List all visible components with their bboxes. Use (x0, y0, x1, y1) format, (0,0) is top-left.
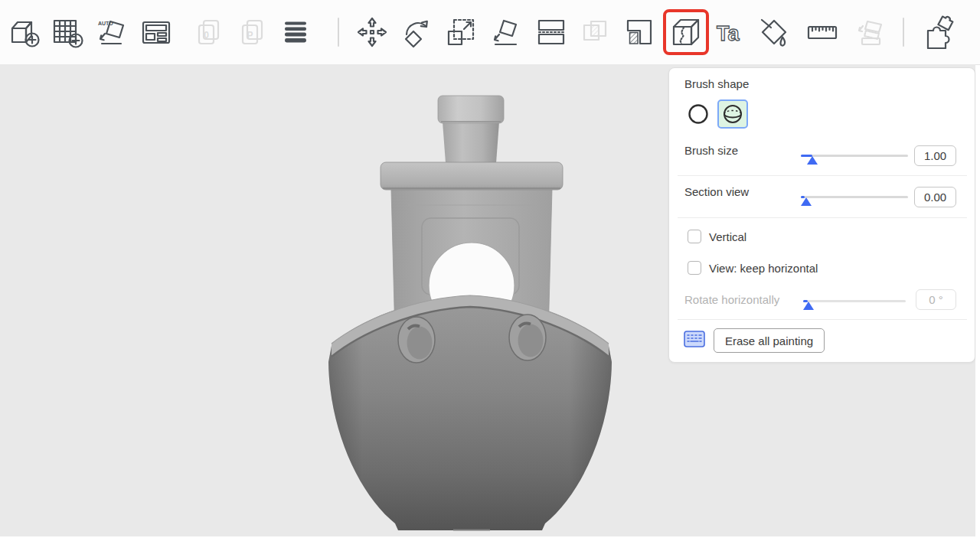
arrange-button[interactable] (139, 15, 173, 49)
text-tool-button[interactable]: Ta (712, 15, 746, 49)
rotate-horizontally-label: Rotate horizontally (684, 292, 779, 308)
layers-icon (279, 15, 312, 49)
cut-button[interactable] (534, 15, 568, 49)
view-keep-horizontal-checkbox[interactable] (688, 261, 701, 275)
fill-color-button[interactable] (622, 15, 656, 49)
slider-track[interactable] (803, 300, 906, 302)
benchy-funnel-cap (438, 96, 504, 123)
benchy-funnel (443, 122, 499, 163)
sphere-brush-icon (721, 103, 744, 126)
text-tool-icon: Ta (712, 15, 746, 49)
assembly-icon (854, 15, 887, 49)
benchy-hawse-hole-right (509, 315, 546, 360)
seam-painting-icon (669, 15, 703, 49)
puzzle-icon (921, 15, 955, 49)
circle-brush-icon (687, 103, 710, 126)
slider-thumb[interactable] (803, 302, 814, 310)
split-to-objects-button[interactable]: 0 (192, 15, 226, 49)
section-divider (678, 175, 967, 176)
rotate-button[interactable] (400, 15, 434, 49)
brush-shape-sphere-option[interactable] (717, 99, 748, 129)
brush-shape-circle-option[interactable] (685, 101, 711, 127)
split-to-parts-button[interactable]: P (236, 15, 270, 49)
brush-size-value[interactable] (914, 145, 956, 166)
slider-thumb[interactable] (807, 156, 818, 165)
section-view-label: Section view (684, 184, 749, 200)
fill-color-icon (622, 15, 656, 49)
scale-icon (444, 15, 478, 49)
measure-button[interactable] (805, 15, 839, 49)
benchy-cabin-roof (381, 162, 563, 190)
vertical-checkbox[interactable] (688, 230, 701, 243)
app-window: AUTO 0 (0, 0, 980, 551)
add-plate-icon (51, 15, 84, 49)
slider-thumb[interactable] (801, 197, 812, 206)
top-toolbar: AUTO 0 (0, 0, 980, 65)
zero-glyph: 0 (204, 30, 209, 41)
section-view-value[interactable] (914, 187, 956, 207)
lay-on-face-button[interactable] (488, 15, 521, 49)
scale-button[interactable] (444, 15, 478, 49)
benchy-hawse-hole-left (398, 317, 435, 363)
variable-layer-height-button[interactable] (279, 15, 312, 49)
split-to-objects-icon: 0 (192, 15, 226, 49)
auto-orient-icon: AUTO (95, 15, 129, 49)
color-painting-button[interactable] (756, 15, 790, 49)
brush-size-slider[interactable] (801, 148, 908, 165)
seam-painting-panel: Brush shape Brush size Section view (668, 67, 975, 363)
toolbar-separator (903, 18, 904, 47)
rotate-icon (400, 15, 434, 49)
brush-size-label: Brush size (684, 143, 738, 158)
assembly-button[interactable] (854, 15, 887, 49)
section-view-slider[interactable] (801, 190, 908, 207)
merge-icon (578, 15, 612, 49)
section-divider (678, 319, 967, 320)
split-to-parts-icon: P (236, 15, 270, 49)
color-painting-icon (756, 15, 790, 49)
arrange-icon (139, 15, 173, 49)
merge-button[interactable] (578, 15, 612, 49)
model-benchy[interactable] (314, 88, 628, 536)
ta-glyph: Ta (717, 22, 740, 45)
lay-on-face-icon (488, 15, 521, 49)
move-icon (355, 15, 389, 49)
rotate-horizontally-slider[interactable] (803, 294, 906, 311)
rotate-horizontally-value[interactable] (916, 289, 956, 310)
section-divider (678, 217, 967, 218)
add-object-icon (8, 15, 41, 49)
cut-icon (534, 15, 568, 49)
toolbar-separator (338, 18, 339, 47)
p-glyph: P (247, 30, 253, 41)
add-object-button[interactable] (8, 15, 41, 49)
seam-painting-button[interactable] (669, 15, 703, 49)
vertical-label: Vertical (709, 230, 746, 245)
brush-shape-label: Brush shape (684, 77, 749, 92)
assembly-view-button[interactable] (921, 15, 955, 49)
keyboard-shortcut-icon[interactable] (684, 331, 705, 347)
add-plate-button[interactable] (51, 15, 84, 49)
view-keep-horizontal-label: View: keep horizontal (709, 261, 818, 276)
slider-track[interactable] (801, 196, 908, 198)
erase-all-painting-button[interactable]: Erase all painting (714, 328, 825, 353)
move-button[interactable] (355, 15, 389, 49)
auto-orient-button[interactable]: AUTO (95, 15, 129, 49)
measure-icon (805, 15, 839, 49)
